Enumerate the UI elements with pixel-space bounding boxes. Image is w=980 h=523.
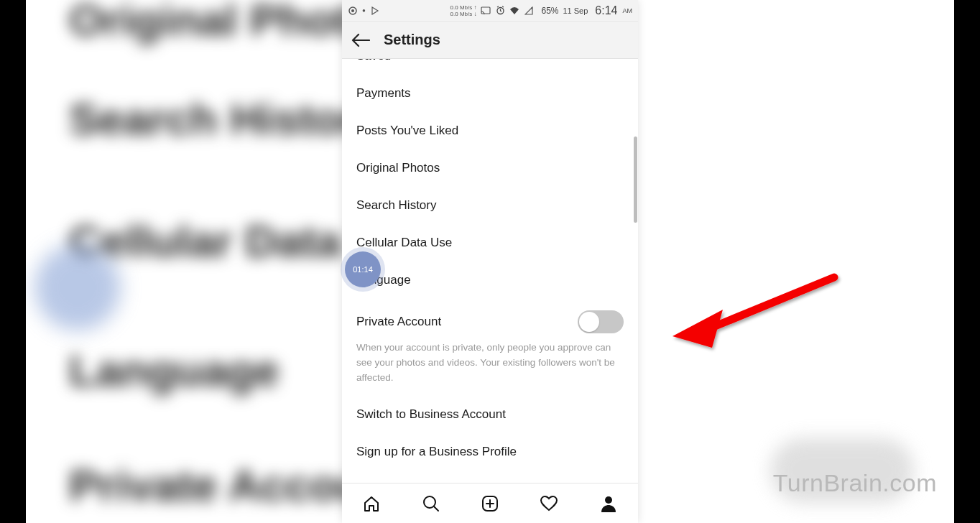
cast-icon bbox=[481, 6, 491, 16]
svg-rect-2 bbox=[481, 7, 490, 14]
bg-blur-text: Language bbox=[69, 345, 279, 396]
bg-blur-text: Search History bbox=[69, 93, 384, 144]
video-canvas: Original Photos Search History Cellular … bbox=[26, 0, 954, 523]
signal-icon: x bbox=[524, 6, 534, 16]
statusbar-date: 11 Sep bbox=[563, 6, 588, 15]
nav-activity[interactable] bbox=[538, 493, 560, 514]
settings-item-language[interactable]: Language bbox=[342, 262, 638, 299]
settings-item-search-history[interactable]: Search History bbox=[342, 187, 638, 224]
search-icon bbox=[422, 494, 440, 513]
plus-square-icon bbox=[481, 494, 499, 513]
back-button[interactable] bbox=[351, 30, 371, 50]
settings-item-posts-liked[interactable]: Posts You've Liked bbox=[342, 112, 638, 149]
annotation-arrow bbox=[629, 270, 845, 374]
settings-item-saved[interactable]: Saved bbox=[342, 59, 638, 75]
nav-add[interactable] bbox=[479, 493, 501, 514]
svg-point-1 bbox=[351, 9, 354, 12]
toggle-knob bbox=[579, 312, 599, 332]
statusbar-ampm: AM bbox=[623, 7, 633, 14]
private-account-label: Private Account bbox=[356, 315, 441, 329]
statusbar-time: 6:14 bbox=[595, 4, 617, 17]
home-icon bbox=[362, 494, 381, 513]
bg-blur-text: Cellular Data U bbox=[69, 216, 386, 267]
dot-icon: ● bbox=[362, 7, 366, 14]
watermark: TurnBrain.com bbox=[773, 469, 937, 497]
bottom-nav bbox=[342, 483, 638, 523]
record-icon bbox=[348, 6, 358, 16]
nav-home[interactable] bbox=[361, 493, 382, 514]
settings-item-cellular-data[interactable]: Cellular Data Use bbox=[342, 224, 638, 262]
heart-icon bbox=[540, 494, 558, 513]
settings-item-original-photos[interactable]: Original Photos bbox=[342, 149, 638, 187]
header: Settings bbox=[342, 22, 638, 59]
scrollbar-thumb[interactable] bbox=[634, 136, 637, 223]
play-store-icon bbox=[370, 6, 380, 16]
settings-item-business-signup[interactable]: Sign up for a Business Profile bbox=[342, 433, 638, 471]
wifi-icon bbox=[509, 6, 519, 16]
person-icon bbox=[600, 495, 617, 512]
bg-blur-circle bbox=[34, 244, 121, 330]
arrow-left-icon bbox=[351, 32, 370, 48]
video-timestamp-badge: 01:14 bbox=[345, 251, 381, 287]
network-speed: 0.0 Mb/s ↑ 0.0 Mb/s ↓ bbox=[450, 4, 477, 17]
alarm-icon bbox=[495, 6, 505, 16]
statusbar: ● 0.0 Mb/s ↑ 0.0 Mb/s ↓ x 65% 11 Sep bbox=[342, 0, 638, 22]
settings-item-payments[interactable]: Payments bbox=[342, 75, 638, 112]
settings-item-private-account[interactable]: Private Account bbox=[342, 299, 638, 341]
page-title: Settings bbox=[384, 32, 440, 48]
private-account-toggle[interactable] bbox=[578, 310, 624, 333]
settings-scroll[interactable]: Saved Payments Posts You've Liked Origin… bbox=[342, 59, 638, 483]
phone-frame: ● 0.0 Mb/s ↑ 0.0 Mb/s ↓ x 65% 11 Sep bbox=[342, 0, 638, 523]
nav-search[interactable] bbox=[420, 493, 442, 514]
nav-profile[interactable] bbox=[598, 493, 619, 514]
svg-point-7 bbox=[605, 496, 612, 504]
settings-item-business-switch[interactable]: Switch to Business Account bbox=[342, 396, 638, 433]
battery-level: 65% bbox=[541, 6, 558, 16]
private-account-description: When your account is private, only peopl… bbox=[342, 341, 638, 396]
